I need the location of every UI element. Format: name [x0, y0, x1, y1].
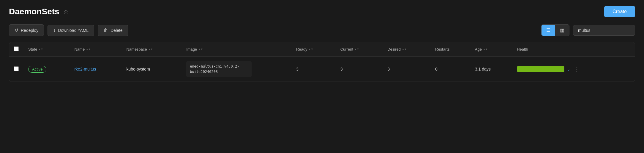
- row-state-cell: Active: [23, 57, 70, 82]
- row-age-cell: 3.1 days: [470, 57, 512, 82]
- col-name: Name ▲▼: [70, 42, 121, 57]
- col-health: Health: [512, 42, 635, 57]
- sort-arrows-ready: ▲▼: [309, 48, 313, 51]
- select-all-checkbox[interactable]: [14, 46, 19, 51]
- col-current: Current ▲▼: [336, 42, 383, 57]
- favorite-star-icon[interactable]: ☆: [63, 8, 69, 15]
- health-cell-container: ⌄ ⋮: [517, 65, 630, 73]
- folder-view-button[interactable]: ▦: [555, 25, 569, 36]
- daemonsets-table-container: State ▲▼ Name ▲▼ Namespace ▲▼: [9, 42, 635, 82]
- health-bar-container: [517, 66, 564, 72]
- col-state: State ▲▼: [23, 42, 70, 57]
- delete-icon: 🗑: [103, 28, 108, 33]
- sort-arrows-name: ▲▼: [86, 48, 91, 51]
- row-checkbox[interactable]: [14, 66, 19, 71]
- daemonsets-table: State ▲▼ Name ▲▼ Namespace ▲▼: [9, 42, 635, 82]
- row-checkbox-cell: [9, 57, 23, 82]
- create-button[interactable]: Create: [604, 6, 635, 17]
- sort-arrows-image: ▲▼: [198, 48, 203, 51]
- page-title: DaemonSets: [9, 7, 59, 16]
- row-restarts-cell: 0: [430, 57, 470, 82]
- table-row: Active rke2-multus kube-system ened-mult…: [9, 57, 635, 82]
- sort-name[interactable]: Name ▲▼: [74, 47, 91, 51]
- sort-arrows-desired: ▲▼: [402, 48, 407, 51]
- redeploy-icon: ↺: [15, 27, 18, 33]
- sort-current[interactable]: Current ▲▼: [340, 47, 359, 51]
- col-desired: Desired ▲▼: [383, 42, 430, 57]
- status-badge: Active: [28, 66, 46, 73]
- namespace-filter-input[interactable]: [573, 25, 635, 36]
- download-yaml-button[interactable]: ↓ Download YAML: [48, 25, 94, 36]
- sort-arrows-age: ▲▼: [483, 48, 488, 51]
- col-image: Image ▲▼: [181, 42, 291, 57]
- row-ready-cell: 3: [291, 57, 336, 82]
- select-all-header: [9, 42, 23, 57]
- delete-label: Delete: [111, 28, 122, 33]
- sort-desired[interactable]: Desired ▲▼: [387, 47, 407, 51]
- list-view-icon: ☰: [546, 28, 550, 33]
- col-ready: Ready ▲▼: [291, 42, 336, 57]
- row-health-cell: ⌄ ⋮: [512, 57, 635, 82]
- daemonset-name-link[interactable]: rke2-multus: [74, 67, 96, 71]
- row-namespace-cell: kube-system: [121, 57, 181, 82]
- health-bar-fill: [517, 66, 564, 72]
- list-view-button[interactable]: ☰: [542, 25, 555, 36]
- row-image-cell: ened-multus-cni:v4.0.2- build20240208: [181, 57, 291, 82]
- row-more-menu-icon[interactable]: ⋮: [573, 65, 581, 73]
- sort-arrows-current: ▲▼: [354, 48, 359, 51]
- download-icon: ↓: [53, 28, 56, 33]
- sort-image[interactable]: Image ▲▼: [186, 47, 203, 51]
- sort-namespace[interactable]: Namespace ▲▼: [126, 47, 153, 51]
- row-name-cell: rke2-multus: [70, 57, 121, 82]
- sort-age[interactable]: Age ▲▼: [475, 47, 488, 51]
- download-yaml-label: Download YAML: [58, 28, 89, 33]
- image-value: ened-multus-cni:v4.0.2- build20240208: [186, 61, 252, 77]
- toolbar-row: ↺ Redeploy ↓ Download YAML 🗑 Delete ☰ ▦: [9, 24, 635, 36]
- health-chevron-down-icon[interactable]: ⌄: [567, 67, 570, 71]
- redeploy-label: Redeploy: [21, 28, 38, 33]
- title-area: DaemonSets ☆: [9, 7, 69, 16]
- view-toggle: ☰ ▦: [541, 24, 569, 36]
- sort-arrows-namespace: ▲▼: [148, 48, 153, 51]
- sort-ready[interactable]: Ready ▲▼: [296, 47, 313, 51]
- sort-state[interactable]: State ▲▼: [28, 47, 43, 51]
- delete-button[interactable]: 🗑 Delete: [98, 25, 128, 36]
- row-current-cell: 3: [336, 57, 383, 82]
- col-restarts: Restarts: [430, 42, 470, 57]
- folder-view-icon: ▦: [560, 28, 564, 33]
- header-row: DaemonSets ☆ Create: [9, 6, 635, 17]
- col-namespace: Namespace ▲▼: [121, 42, 181, 57]
- table-header-row: State ▲▼ Name ▲▼ Namespace ▲▼: [9, 42, 635, 57]
- col-age: Age ▲▼: [470, 42, 512, 57]
- row-desired-cell: 3: [383, 57, 430, 82]
- sort-arrows-state: ▲▼: [38, 48, 43, 51]
- redeploy-button[interactable]: ↺ Redeploy: [9, 24, 44, 36]
